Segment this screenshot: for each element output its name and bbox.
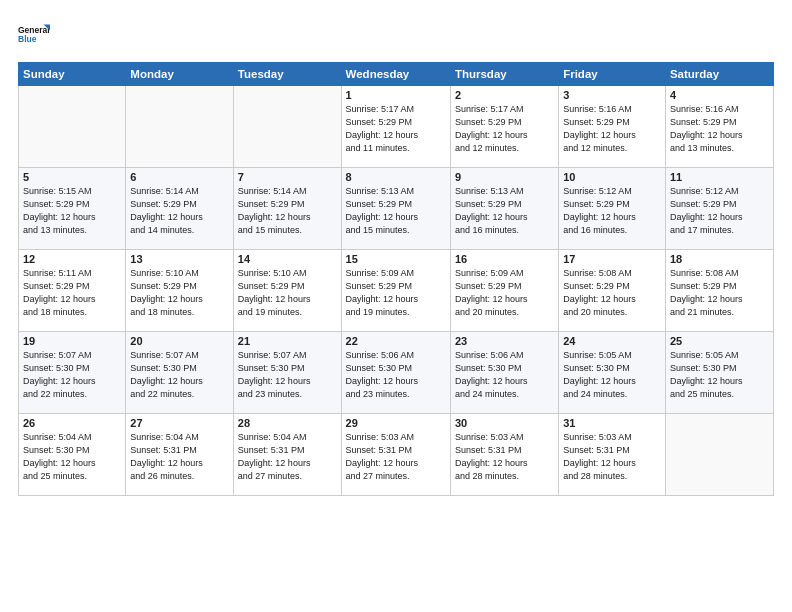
day-info: Sunrise: 5:05 AMSunset: 5:30 PMDaylight:… (563, 349, 661, 401)
calendar-cell: 22Sunrise: 5:06 AMSunset: 5:30 PMDayligh… (341, 332, 450, 414)
day-number: 14 (238, 253, 337, 265)
day-info: Sunrise: 5:13 AMSunset: 5:29 PMDaylight:… (346, 185, 446, 237)
week-row-4: 19Sunrise: 5:07 AMSunset: 5:30 PMDayligh… (19, 332, 774, 414)
day-info: Sunrise: 5:03 AMSunset: 5:31 PMDaylight:… (346, 431, 446, 483)
day-number: 4 (670, 89, 769, 101)
calendar-header-row: SundayMondayTuesdayWednesdayThursdayFrid… (19, 63, 774, 86)
day-number: 2 (455, 89, 554, 101)
svg-text:General: General (18, 25, 50, 35)
col-header-monday: Monday (126, 63, 234, 86)
calendar-cell: 18Sunrise: 5:08 AMSunset: 5:29 PMDayligh… (665, 250, 773, 332)
day-info: Sunrise: 5:05 AMSunset: 5:30 PMDaylight:… (670, 349, 769, 401)
day-number: 10 (563, 171, 661, 183)
day-number: 30 (455, 417, 554, 429)
day-number: 24 (563, 335, 661, 347)
calendar-cell: 6Sunrise: 5:14 AMSunset: 5:29 PMDaylight… (126, 168, 234, 250)
day-info: Sunrise: 5:12 AMSunset: 5:29 PMDaylight:… (563, 185, 661, 237)
week-row-2: 5Sunrise: 5:15 AMSunset: 5:29 PMDaylight… (19, 168, 774, 250)
day-info: Sunrise: 5:06 AMSunset: 5:30 PMDaylight:… (346, 349, 446, 401)
day-info: Sunrise: 5:16 AMSunset: 5:29 PMDaylight:… (670, 103, 769, 155)
day-info: Sunrise: 5:15 AMSunset: 5:29 PMDaylight:… (23, 185, 121, 237)
day-number: 7 (238, 171, 337, 183)
day-number: 5 (23, 171, 121, 183)
calendar-cell (19, 86, 126, 168)
day-info: Sunrise: 5:13 AMSunset: 5:29 PMDaylight:… (455, 185, 554, 237)
day-info: Sunrise: 5:14 AMSunset: 5:29 PMDaylight:… (238, 185, 337, 237)
day-info: Sunrise: 5:17 AMSunset: 5:29 PMDaylight:… (455, 103, 554, 155)
col-header-wednesday: Wednesday (341, 63, 450, 86)
day-number: 18 (670, 253, 769, 265)
day-number: 29 (346, 417, 446, 429)
day-number: 6 (130, 171, 229, 183)
calendar-table: SundayMondayTuesdayWednesdayThursdayFrid… (18, 62, 774, 496)
calendar-cell: 12Sunrise: 5:11 AMSunset: 5:29 PMDayligh… (19, 250, 126, 332)
day-number: 20 (130, 335, 229, 347)
day-number: 23 (455, 335, 554, 347)
day-number: 1 (346, 89, 446, 101)
calendar-cell (665, 414, 773, 496)
day-info: Sunrise: 5:09 AMSunset: 5:29 PMDaylight:… (346, 267, 446, 319)
calendar-cell: 10Sunrise: 5:12 AMSunset: 5:29 PMDayligh… (559, 168, 666, 250)
calendar-cell: 27Sunrise: 5:04 AMSunset: 5:31 PMDayligh… (126, 414, 234, 496)
calendar-cell: 3Sunrise: 5:16 AMSunset: 5:29 PMDaylight… (559, 86, 666, 168)
day-number: 15 (346, 253, 446, 265)
day-info: Sunrise: 5:10 AMSunset: 5:29 PMDaylight:… (238, 267, 337, 319)
calendar-cell: 23Sunrise: 5:06 AMSunset: 5:30 PMDayligh… (450, 332, 558, 414)
calendar-cell: 16Sunrise: 5:09 AMSunset: 5:29 PMDayligh… (450, 250, 558, 332)
col-header-saturday: Saturday (665, 63, 773, 86)
calendar-cell: 20Sunrise: 5:07 AMSunset: 5:30 PMDayligh… (126, 332, 234, 414)
day-info: Sunrise: 5:08 AMSunset: 5:29 PMDaylight:… (563, 267, 661, 319)
day-info: Sunrise: 5:07 AMSunset: 5:30 PMDaylight:… (23, 349, 121, 401)
day-info: Sunrise: 5:12 AMSunset: 5:29 PMDaylight:… (670, 185, 769, 237)
week-row-5: 26Sunrise: 5:04 AMSunset: 5:30 PMDayligh… (19, 414, 774, 496)
day-info: Sunrise: 5:03 AMSunset: 5:31 PMDaylight:… (563, 431, 661, 483)
calendar-cell: 4Sunrise: 5:16 AMSunset: 5:29 PMDaylight… (665, 86, 773, 168)
calendar-cell: 31Sunrise: 5:03 AMSunset: 5:31 PMDayligh… (559, 414, 666, 496)
day-info: Sunrise: 5:07 AMSunset: 5:30 PMDaylight:… (130, 349, 229, 401)
day-info: Sunrise: 5:17 AMSunset: 5:29 PMDaylight:… (346, 103, 446, 155)
day-number: 17 (563, 253, 661, 265)
calendar-cell (126, 86, 234, 168)
week-row-1: 1Sunrise: 5:17 AMSunset: 5:29 PMDaylight… (19, 86, 774, 168)
calendar-cell: 21Sunrise: 5:07 AMSunset: 5:30 PMDayligh… (233, 332, 341, 414)
calendar-cell: 15Sunrise: 5:09 AMSunset: 5:29 PMDayligh… (341, 250, 450, 332)
day-info: Sunrise: 5:04 AMSunset: 5:30 PMDaylight:… (23, 431, 121, 483)
calendar-cell: 14Sunrise: 5:10 AMSunset: 5:29 PMDayligh… (233, 250, 341, 332)
day-number: 22 (346, 335, 446, 347)
day-number: 11 (670, 171, 769, 183)
day-number: 12 (23, 253, 121, 265)
calendar-cell: 30Sunrise: 5:03 AMSunset: 5:31 PMDayligh… (450, 414, 558, 496)
calendar-cell: 29Sunrise: 5:03 AMSunset: 5:31 PMDayligh… (341, 414, 450, 496)
day-info: Sunrise: 5:14 AMSunset: 5:29 PMDaylight:… (130, 185, 229, 237)
day-info: Sunrise: 5:08 AMSunset: 5:29 PMDaylight:… (670, 267, 769, 319)
calendar-cell: 2Sunrise: 5:17 AMSunset: 5:29 PMDaylight… (450, 86, 558, 168)
day-number: 21 (238, 335, 337, 347)
day-info: Sunrise: 5:07 AMSunset: 5:30 PMDaylight:… (238, 349, 337, 401)
calendar-cell: 1Sunrise: 5:17 AMSunset: 5:29 PMDaylight… (341, 86, 450, 168)
logo-svg: General Blue (18, 16, 50, 52)
col-header-tuesday: Tuesday (233, 63, 341, 86)
calendar-cell: 11Sunrise: 5:12 AMSunset: 5:29 PMDayligh… (665, 168, 773, 250)
calendar-cell: 7Sunrise: 5:14 AMSunset: 5:29 PMDaylight… (233, 168, 341, 250)
calendar-cell (233, 86, 341, 168)
col-header-sunday: Sunday (19, 63, 126, 86)
day-number: 3 (563, 89, 661, 101)
day-number: 31 (563, 417, 661, 429)
day-info: Sunrise: 5:03 AMSunset: 5:31 PMDaylight:… (455, 431, 554, 483)
day-number: 8 (346, 171, 446, 183)
calendar-cell: 8Sunrise: 5:13 AMSunset: 5:29 PMDaylight… (341, 168, 450, 250)
logo: General Blue (18, 16, 50, 52)
day-number: 25 (670, 335, 769, 347)
day-info: Sunrise: 5:10 AMSunset: 5:29 PMDaylight:… (130, 267, 229, 319)
day-number: 19 (23, 335, 121, 347)
day-info: Sunrise: 5:06 AMSunset: 5:30 PMDaylight:… (455, 349, 554, 401)
calendar-cell: 13Sunrise: 5:10 AMSunset: 5:29 PMDayligh… (126, 250, 234, 332)
day-info: Sunrise: 5:04 AMSunset: 5:31 PMDaylight:… (130, 431, 229, 483)
week-row-3: 12Sunrise: 5:11 AMSunset: 5:29 PMDayligh… (19, 250, 774, 332)
calendar-cell: 5Sunrise: 5:15 AMSunset: 5:29 PMDaylight… (19, 168, 126, 250)
day-info: Sunrise: 5:16 AMSunset: 5:29 PMDaylight:… (563, 103, 661, 155)
page-header: General Blue (18, 16, 774, 52)
calendar-cell: 28Sunrise: 5:04 AMSunset: 5:31 PMDayligh… (233, 414, 341, 496)
day-info: Sunrise: 5:09 AMSunset: 5:29 PMDaylight:… (455, 267, 554, 319)
calendar-cell: 25Sunrise: 5:05 AMSunset: 5:30 PMDayligh… (665, 332, 773, 414)
